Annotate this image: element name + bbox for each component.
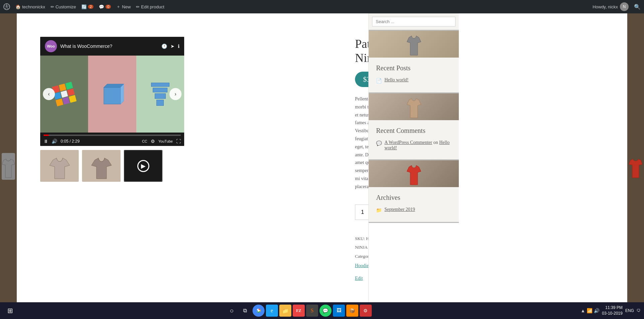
svg-point-5 [258, 310, 260, 312]
site-name-label: technonickx [22, 4, 45, 9]
plus-icon: ＋ [116, 4, 121, 10]
updates-icon: 🔄 [81, 4, 87, 9]
product-layout: Woo What is WooCommerce? 🕐 ➤ ℹ [30, 27, 355, 293]
time-display: 11:39 PM [602, 305, 623, 311]
archive-sep-2019-link[interactable]: September 2019 [384, 207, 415, 212]
taskbar-taskview-icon[interactable]: ⧉ [239, 305, 251, 317]
woo-logo: Woo [45, 40, 57, 52]
video-section-2 [88, 56, 136, 133]
up-arrow-icon[interactable]: ▲ [581, 308, 585, 313]
comments-badge: 0 [105, 5, 111, 9]
sidebar: Recent Posts 📄 Hello world! Recent Comme… [368, 13, 459, 319]
gallery-prev-button[interactable]: ‹ [43, 88, 55, 100]
customize-label: Customize [56, 4, 76, 9]
new-menu-button[interactable]: ＋ New [116, 4, 131, 10]
adminbar-right: Howdy, nickx N 🔍 [592, 2, 641, 11]
progress-fill [44, 135, 49, 136]
edit-product-button[interactable]: ✏ Edit product [136, 4, 164, 9]
product-gallery: Woo What is WooCommerce? 🕐 ➤ ℹ [40, 37, 184, 283]
language-indicator: ENG [625, 308, 634, 313]
taskbar-chrome-icon[interactable] [253, 305, 265, 317]
taskbar-right: ▲ 📶 🔊 11:39 PM 03-10-2019 ENG 🗨 [581, 305, 641, 316]
rubiks-cube [52, 82, 76, 106]
pencil-icon: ✏ [51, 4, 54, 9]
notification-icon[interactable]: 🗨 [637, 308, 641, 313]
whatsapp-icon: 💬 [323, 308, 328, 314]
product-main: Woo What is WooCommerce? 🕐 ➤ ℹ [17, 13, 368, 319]
volume-icon[interactable]: 🔊 [594, 308, 599, 313]
taskbar-photos-icon[interactable]: 🖼 [333, 305, 345, 317]
folder-icon: 📁 [282, 308, 289, 314]
wp-logo-button[interactable] [3, 3, 10, 10]
share-icon[interactable]: ➤ [170, 44, 174, 49]
howdy-label: Howdy, nickx [592, 4, 618, 9]
date-display: 03-10-2019 [602, 311, 623, 316]
video-player: Woo What is WooCommerce? 🕐 ➤ ℹ [40, 37, 184, 146]
taskbar-app-icons: ○ ⧉ e 📁 FZ [226, 305, 372, 317]
archive-icon: 📁 [376, 208, 382, 213]
clock-display[interactable]: 11:39 PM 03-10-2019 [602, 305, 623, 316]
youtube-logo: YouTube [158, 139, 173, 143]
volume-button[interactable]: 🔊 [52, 139, 57, 144]
user-menu[interactable]: Howdy, nickx N [592, 2, 629, 11]
thumbnail-3[interactable]: ▶ [124, 150, 162, 182]
recent-comment-item-1: 💬 A WordPress Commenter on Hello world! [376, 140, 451, 151]
windows-icon: ⊞ [7, 307, 13, 315]
network-icon[interactable]: 📶 [587, 308, 592, 313]
video-title: What is WooCommerce? [60, 44, 158, 49]
captions-button[interactable]: CC [142, 139, 147, 143]
customize-button[interactable]: ✏ Customize [51, 4, 76, 9]
commenter-link[interactable]: A WordPress Commenter [384, 140, 432, 145]
comments-button[interactable]: 💬 0 [99, 4, 111, 9]
sidebar-decorative-2 [369, 93, 459, 120]
gallery-next-button[interactable]: › [169, 88, 182, 100]
clock-icon[interactable]: 🕐 [161, 44, 167, 49]
taskbar-fz-icon[interactable]: FZ [293, 305, 305, 317]
svg-marker-3 [121, 84, 124, 104]
comment-text: A WordPress Commenter on Hello world! [384, 140, 451, 151]
updates-badge: 2 [88, 5, 93, 9]
start-button[interactable]: ⊞ [3, 304, 17, 317]
comments-icon: 💬 [99, 4, 104, 9]
info-icon[interactable]: ℹ [178, 44, 180, 49]
archive-item-1: 📁 September 2019 [376, 207, 451, 213]
taskbar: ⊞ ○ ⧉ e 📁 [0, 302, 644, 319]
thumbnail-1[interactable] [40, 150, 79, 182]
video-thumb-3: ▶ [125, 151, 162, 181]
edit-icon: ✏ [136, 4, 140, 9]
admin-search-icon[interactable]: 🔍 [634, 4, 641, 10]
post-icon-1: 📄 [376, 78, 382, 84]
taskbar-search-icon[interactable]: ○ [226, 305, 238, 317]
video-header: Woo What is WooCommerce? 🕐 ➤ ℹ [40, 37, 184, 56]
recent-post-link-1[interactable]: Hello world! [384, 77, 409, 83]
box-icon: 📦 [349, 308, 355, 314]
pause-button[interactable]: ⏸ [44, 139, 48, 144]
chrome-svg [255, 307, 262, 314]
photos-icon: 🖼 [337, 308, 341, 313]
controls-row: ⏸ 🔊 0:05 / 2:29 CC ⚙ YouTube ⛶ [44, 139, 181, 144]
search-input[interactable] [372, 17, 455, 26]
progress-bar[interactable] [44, 135, 181, 136]
recent-comments-widget: Recent Comments 💬 A WordPress Commenter … [369, 120, 459, 160]
site-wrapper: Woo What is WooCommerce? 🕐 ➤ ℹ [0, 13, 644, 319]
site-name-button[interactable]: 🏠 technonickx [15, 4, 45, 9]
taskbar-explorer-icon[interactable]: 📁 [279, 305, 291, 317]
video-thumbnail-area: ‹ › [40, 56, 184, 133]
thumbnail-2[interactable] [82, 150, 121, 182]
updates-button[interactable]: 🔄 2 [81, 4, 93, 9]
taskbar-red-app-icon[interactable]: ⚙ [360, 305, 372, 317]
taskbar-orange-icon[interactable]: 📦 [346, 305, 358, 317]
taskview-icon: ⧉ [243, 308, 247, 314]
thumbnail-row: ▶ [40, 150, 184, 182]
red-app-icon: ⚙ [363, 308, 368, 314]
taskbar-ie-icon[interactable]: e [266, 305, 278, 317]
settings-button[interactable]: ⚙ [151, 139, 155, 144]
recent-comments-title: Recent Comments [376, 127, 451, 135]
taskbar-whatsapp-icon[interactable]: 💬 [319, 305, 332, 317]
right-teaser [627, 13, 644, 319]
admin-bar: 🏠 technonickx ✏ Customize 🔄 2 💬 0 ＋ New … [0, 0, 644, 13]
woo-label: Woo [47, 44, 55, 48]
comment-icon: 💬 [376, 141, 382, 146]
taskbar-sublime-icon[interactable]: S [306, 305, 318, 317]
fullscreen-button[interactable]: ⛶ [176, 139, 181, 144]
